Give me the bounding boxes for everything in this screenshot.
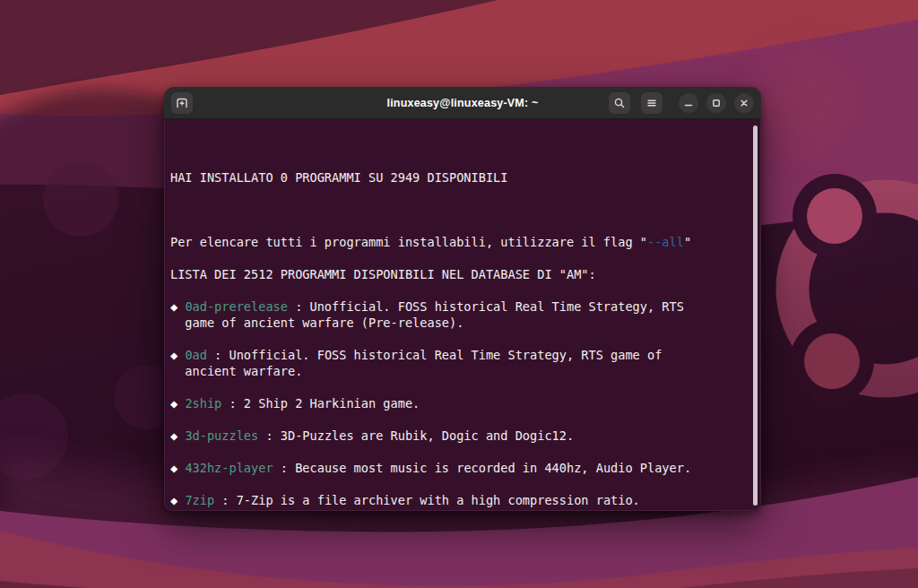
terminal-line <box>170 218 749 234</box>
terminal-line <box>170 250 749 266</box>
terminal-line <box>170 411 749 428</box>
terminal-line: ◆ 2ship : 2 Ship 2 Harkinian game. <box>170 395 749 411</box>
titlebar[interactable]: linuxeasy@linuxeasy-VM: ~ <box>164 87 761 119</box>
terminal-line: Per elencare tutti i programmi installab… <box>170 234 749 250</box>
terminal-line: ◆ 3d-puzzles : 3D-Puzzles are Rubik, Dog… <box>170 428 749 444</box>
terminal-line <box>170 444 749 460</box>
terminal-content[interactable]: HAI INSTALLATO 0 PROGRAMMI SU 2949 DISPO… <box>164 119 761 510</box>
titlebar-controls <box>609 92 754 114</box>
terminal-line: ◆ 7zip : 7-Zip is a file archiver with a… <box>170 492 749 508</box>
minimize-icon <box>682 97 695 109</box>
terminal-window: linuxeasy@linuxeasy-VM: ~ <box>164 87 761 511</box>
terminal-line <box>170 331 749 347</box>
terminal-output: HAI INSTALLATO 0 PROGRAMMI SU 2949 DISPO… <box>170 169 749 510</box>
terminal-line: ◆ 0ad-prerelease : Unofficial. FOSS hist… <box>170 298 749 315</box>
desktop: { "window": { "title": "linuxeasy@linuxe… <box>0 0 918 588</box>
minimize-button[interactable] <box>679 93 698 113</box>
terminal-line <box>170 186 749 202</box>
terminal-line: game of ancient warfare (Pre-release). <box>170 315 749 331</box>
terminal-line <box>170 476 749 492</box>
terminal-line: ◆ 432hz-player : Because most music is r… <box>170 460 749 476</box>
search-button[interactable] <box>609 92 630 114</box>
terminal-line: HAI INSTALLATO 0 PROGRAMMI SU 2949 DISPO… <box>170 169 749 186</box>
terminal-line: ancient warfare. <box>170 363 749 379</box>
scrollbar[interactable] <box>753 125 758 506</box>
terminal-line: ◆ 0ad : Unofficial. FOSS historical Real… <box>170 347 749 363</box>
terminal-line <box>170 282 749 298</box>
terminal-line <box>170 508 749 510</box>
search-icon <box>612 96 627 110</box>
maximize-icon <box>710 97 723 109</box>
terminal-line: LISTA DEI 2512 PROGRAMMI DISPONIBILI NEL… <box>170 266 749 282</box>
maximize-button[interactable] <box>706 93 726 113</box>
menu-button[interactable] <box>641 92 663 114</box>
menu-icon <box>645 96 659 110</box>
terminal-line <box>170 379 749 395</box>
close-icon <box>738 97 750 109</box>
new-tab-button[interactable] <box>171 92 193 114</box>
new-tab-icon <box>175 96 189 110</box>
close-button[interactable] <box>734 93 754 113</box>
terminal-line <box>170 202 749 218</box>
